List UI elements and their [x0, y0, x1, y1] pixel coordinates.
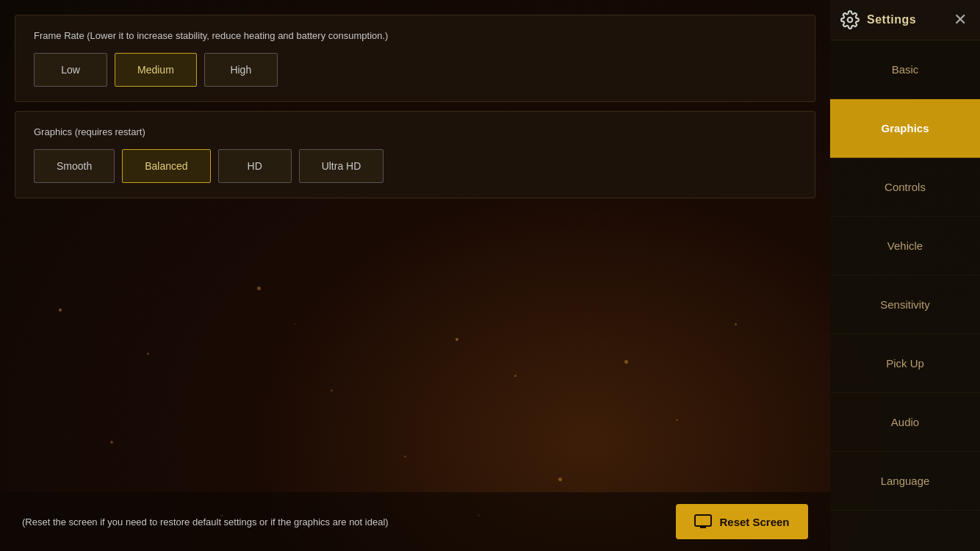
sidebar-item-basic-label: Basic	[892, 63, 919, 76]
graphics-balanced-button[interactable]: Balanced	[122, 149, 210, 183]
main-content: Frame Rate (Lower it to increase stabili…	[0, 0, 830, 551]
frame-rate-low-button[interactable]: Low	[34, 53, 107, 87]
graphics-panel: Graphics (requires restart) Smooth Balan…	[15, 111, 815, 198]
graphics-hd-button[interactable]: HD	[218, 149, 292, 183]
sidebar-title: Settings	[867, 13, 916, 26]
frame-rate-high-button[interactable]: High	[204, 53, 278, 87]
sidebar-item-pickup[interactable]: Pick Up	[830, 334, 980, 393]
sidebar-item-controls[interactable]: Controls	[830, 158, 980, 217]
sidebar-item-sensitivity-label: Sensitivity	[880, 298, 930, 311]
graphics-label: Graphics (requires restart)	[34, 126, 796, 137]
sidebar-item-sensitivity[interactable]: Sensitivity	[830, 276, 980, 334]
graphics-options: Smooth Balanced HD Ultra HD	[34, 149, 796, 183]
sidebar-item-graphics-label: Graphics	[881, 122, 929, 134]
sidebar-item-vehicle-label: Vehicle	[887, 240, 923, 252]
sidebar-header: Settings ✕	[830, 0, 980, 40]
graphics-ultrahd-button[interactable]: Ultra HD	[299, 149, 384, 183]
sidebar-title-wrap: Settings	[840, 10, 916, 29]
sidebar-item-audio-label: Audio	[891, 416, 919, 428]
svg-point-3	[848, 18, 853, 23]
frame-rate-options: Low Medium High	[34, 53, 796, 87]
sidebar-item-vehicle[interactable]: Vehicle	[830, 217, 980, 276]
monitor-icon	[694, 514, 712, 529]
svg-rect-0	[695, 515, 711, 526]
reset-screen-button[interactable]: Reset Screen	[676, 504, 808, 539]
graphics-smooth-button[interactable]: Smooth	[34, 149, 115, 183]
sidebar-items: Basic Graphics Controls Vehicle Sensitiv…	[830, 40, 980, 551]
sidebar-item-pickup-label: Pick Up	[886, 357, 924, 370]
close-button[interactable]: ✕	[951, 9, 970, 31]
sidebar-item-basic[interactable]: Basic	[830, 40, 980, 99]
reset-hint: (Reset the screen if you need to restore…	[22, 516, 676, 527]
sidebar-item-language-label: Language	[881, 475, 930, 487]
frame-rate-label: Frame Rate (Lower it to increase stabili…	[34, 30, 796, 41]
frame-rate-medium-button[interactable]: Medium	[115, 53, 197, 87]
bottom-bar: (Reset the screen if you need to restore…	[0, 492, 830, 551]
sidebar-item-graphics[interactable]: Graphics	[830, 99, 980, 158]
sidebar-item-controls-label: Controls	[884, 181, 926, 193]
frame-rate-panel: Frame Rate (Lower it to increase stabili…	[15, 15, 815, 102]
sidebar: Settings ✕ Basic Graphics Controls Vehic…	[830, 0, 980, 551]
sidebar-item-audio[interactable]: Audio	[830, 393, 980, 452]
sidebar-item-language[interactable]: Language	[830, 452, 980, 511]
reset-screen-label: Reset Screen	[719, 516, 789, 528]
gear-icon	[840, 10, 860, 29]
